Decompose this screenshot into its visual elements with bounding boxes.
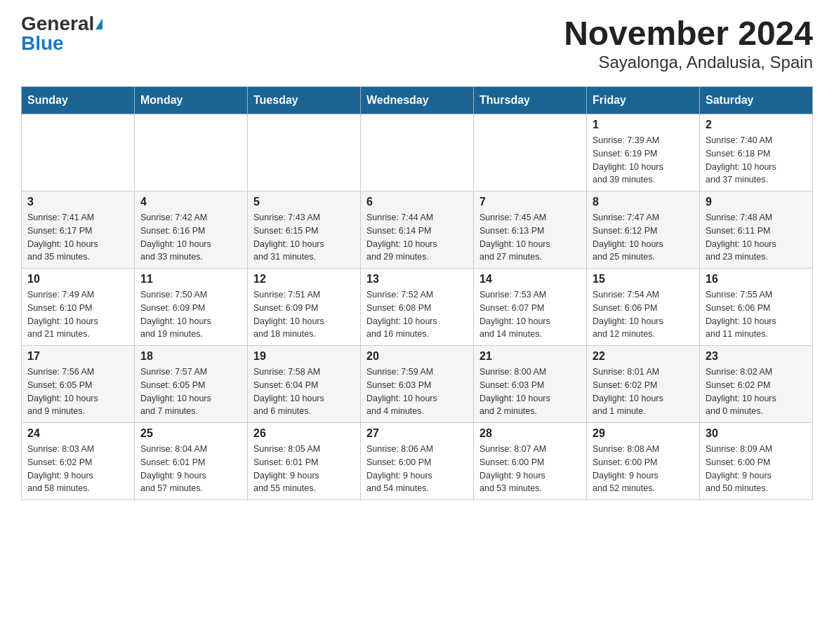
day-number: 13 <box>366 273 468 286</box>
table-row: 1Sunrise: 7:39 AM Sunset: 6:19 PM Daylig… <box>587 114 700 192</box>
day-number: 2 <box>706 119 807 131</box>
day-info: Sunrise: 7:47 AM Sunset: 6:12 PM Dayligh… <box>593 211 694 264</box>
day-info: Sunrise: 7:53 AM Sunset: 6:07 PM Dayligh… <box>479 288 581 341</box>
table-row: 21Sunrise: 8:00 AM Sunset: 6:03 PM Dayli… <box>474 346 587 423</box>
table-row: 23Sunrise: 8:02 AM Sunset: 6:02 PM Dayli… <box>700 346 813 423</box>
table-row: 14Sunrise: 7:53 AM Sunset: 6:07 PM Dayli… <box>474 269 587 346</box>
day-info: Sunrise: 7:55 AM Sunset: 6:06 PM Dayligh… <box>706 288 807 341</box>
title-block: November 2024 Sayalonga, Andalusia, Spai… <box>564 14 813 72</box>
day-info: Sunrise: 7:50 AM Sunset: 6:09 PM Dayligh… <box>140 288 241 341</box>
day-info: Sunrise: 8:03 AM Sunset: 6:02 PM Dayligh… <box>27 443 128 495</box>
calendar-week-row: 3Sunrise: 7:41 AM Sunset: 6:17 PM Daylig… <box>22 192 813 269</box>
table-row: 17Sunrise: 7:56 AM Sunset: 6:05 PM Dayli… <box>22 346 135 423</box>
day-info: Sunrise: 7:57 AM Sunset: 6:05 PM Dayligh… <box>140 365 241 418</box>
calendar-subtitle: Sayalonga, Andalusia, Spain <box>564 53 813 72</box>
day-number: 22 <box>593 350 694 363</box>
day-number: 1 <box>593 119 694 131</box>
day-info: Sunrise: 8:04 AM Sunset: 6:01 PM Dayligh… <box>140 443 241 495</box>
day-number: 19 <box>253 350 355 363</box>
table-row: 20Sunrise: 7:59 AM Sunset: 6:03 PM Dayli… <box>361 346 474 423</box>
logo: General Blue <box>21 14 102 53</box>
day-number: 30 <box>706 427 807 440</box>
table-row <box>474 114 587 192</box>
table-row: 3Sunrise: 7:41 AM Sunset: 6:17 PM Daylig… <box>22 192 135 269</box>
header-monday: Monday <box>135 87 248 114</box>
table-row: 28Sunrise: 8:07 AM Sunset: 6:00 PM Dayli… <box>474 423 587 500</box>
day-number: 18 <box>140 350 241 363</box>
day-info: Sunrise: 7:59 AM Sunset: 6:03 PM Dayligh… <box>366 365 468 418</box>
day-info: Sunrise: 7:41 AM Sunset: 6:17 PM Dayligh… <box>27 211 128 264</box>
day-number: 10 <box>27 273 128 286</box>
table-row: 13Sunrise: 7:52 AM Sunset: 6:08 PM Dayli… <box>361 269 474 346</box>
day-info: Sunrise: 7:54 AM Sunset: 6:06 PM Dayligh… <box>593 288 694 341</box>
day-info: Sunrise: 8:01 AM Sunset: 6:02 PM Dayligh… <box>593 365 694 418</box>
day-info: Sunrise: 7:48 AM Sunset: 6:11 PM Dayligh… <box>706 211 807 264</box>
header-thursday: Thursday <box>474 87 587 114</box>
calendar-week-row: 10Sunrise: 7:49 AM Sunset: 6:10 PM Dayli… <box>22 269 813 346</box>
table-row: 5Sunrise: 7:43 AM Sunset: 6:15 PM Daylig… <box>248 192 361 269</box>
day-number: 29 <box>593 427 694 440</box>
day-info: Sunrise: 8:08 AM Sunset: 6:00 PM Dayligh… <box>593 443 694 495</box>
calendar-week-row: 24Sunrise: 8:03 AM Sunset: 6:02 PM Dayli… <box>22 423 813 500</box>
day-info: Sunrise: 8:00 AM Sunset: 6:03 PM Dayligh… <box>479 365 581 418</box>
table-row: 7Sunrise: 7:45 AM Sunset: 6:13 PM Daylig… <box>474 192 587 269</box>
day-number: 3 <box>27 196 128 208</box>
logo-blue-text: Blue <box>21 34 64 53</box>
table-row: 18Sunrise: 7:57 AM Sunset: 6:05 PM Dayli… <box>135 346 248 423</box>
table-row: 22Sunrise: 8:01 AM Sunset: 6:02 PM Dayli… <box>587 346 700 423</box>
table-row: 16Sunrise: 7:55 AM Sunset: 6:06 PM Dayli… <box>700 269 813 346</box>
calendar-table: Sunday Monday Tuesday Wednesday Thursday… <box>21 86 813 500</box>
day-info: Sunrise: 8:05 AM Sunset: 6:01 PM Dayligh… <box>253 443 355 495</box>
day-number: 26 <box>253 427 355 440</box>
day-number: 20 <box>366 350 468 363</box>
table-row: 4Sunrise: 7:42 AM Sunset: 6:16 PM Daylig… <box>135 192 248 269</box>
calendar-week-row: 17Sunrise: 7:56 AM Sunset: 6:05 PM Dayli… <box>22 346 813 423</box>
day-number: 9 <box>706 196 807 208</box>
day-number: 17 <box>27 350 128 363</box>
table-row: 10Sunrise: 7:49 AM Sunset: 6:10 PM Dayli… <box>22 269 135 346</box>
table-row: 11Sunrise: 7:50 AM Sunset: 6:09 PM Dayli… <box>135 269 248 346</box>
day-info: Sunrise: 7:40 AM Sunset: 6:18 PM Dayligh… <box>706 134 807 187</box>
table-row: 29Sunrise: 8:08 AM Sunset: 6:00 PM Dayli… <box>587 423 700 500</box>
table-row: 30Sunrise: 8:09 AM Sunset: 6:00 PM Dayli… <box>700 423 813 500</box>
table-row: 19Sunrise: 7:58 AM Sunset: 6:04 PM Dayli… <box>248 346 361 423</box>
header-tuesday: Tuesday <box>248 87 361 114</box>
table-row: 15Sunrise: 7:54 AM Sunset: 6:06 PM Dayli… <box>587 269 700 346</box>
day-info: Sunrise: 7:45 AM Sunset: 6:13 PM Dayligh… <box>479 211 581 264</box>
day-number: 12 <box>253 273 355 286</box>
day-info: Sunrise: 8:09 AM Sunset: 6:00 PM Dayligh… <box>706 443 807 495</box>
table-row: 12Sunrise: 7:51 AM Sunset: 6:09 PM Dayli… <box>248 269 361 346</box>
day-info: Sunrise: 7:44 AM Sunset: 6:14 PM Dayligh… <box>366 211 468 264</box>
day-number: 7 <box>479 196 581 208</box>
day-info: Sunrise: 7:52 AM Sunset: 6:08 PM Dayligh… <box>366 288 468 341</box>
day-number: 5 <box>253 196 355 208</box>
day-info: Sunrise: 7:39 AM Sunset: 6:19 PM Dayligh… <box>593 134 694 187</box>
day-number: 25 <box>140 427 241 440</box>
day-number: 4 <box>140 196 241 208</box>
day-info: Sunrise: 7:49 AM Sunset: 6:10 PM Dayligh… <box>27 288 128 341</box>
table-row: 25Sunrise: 8:04 AM Sunset: 6:01 PM Dayli… <box>135 423 248 500</box>
table-row <box>361 114 474 192</box>
logo-general-text: General <box>21 14 94 34</box>
day-number: 27 <box>366 427 468 440</box>
header-friday: Friday <box>587 87 700 114</box>
table-row: 2Sunrise: 7:40 AM Sunset: 6:18 PM Daylig… <box>700 114 813 192</box>
calendar-week-row: 1Sunrise: 7:39 AM Sunset: 6:19 PM Daylig… <box>22 114 813 192</box>
day-info: Sunrise: 7:43 AM Sunset: 6:15 PM Dayligh… <box>253 211 355 264</box>
day-info: Sunrise: 7:51 AM Sunset: 6:09 PM Dayligh… <box>253 288 355 341</box>
day-number: 23 <box>706 350 807 363</box>
day-number: 6 <box>366 196 468 208</box>
calendar-header-row: Sunday Monday Tuesday Wednesday Thursday… <box>22 87 813 114</box>
table-row <box>248 114 361 192</box>
table-row <box>22 114 135 192</box>
day-number: 28 <box>479 427 581 440</box>
calendar-title: November 2024 <box>564 14 813 53</box>
day-info: Sunrise: 7:58 AM Sunset: 6:04 PM Dayligh… <box>253 365 355 418</box>
day-number: 8 <box>593 196 694 208</box>
logo-triangle-icon <box>95 18 102 29</box>
day-info: Sunrise: 8:06 AM Sunset: 6:00 PM Dayligh… <box>366 443 468 495</box>
table-row <box>135 114 248 192</box>
table-row: 24Sunrise: 8:03 AM Sunset: 6:02 PM Dayli… <box>22 423 135 500</box>
page-header: General Blue November 2024 Sayalonga, An… <box>21 14 813 72</box>
table-row: 9Sunrise: 7:48 AM Sunset: 6:11 PM Daylig… <box>700 192 813 269</box>
